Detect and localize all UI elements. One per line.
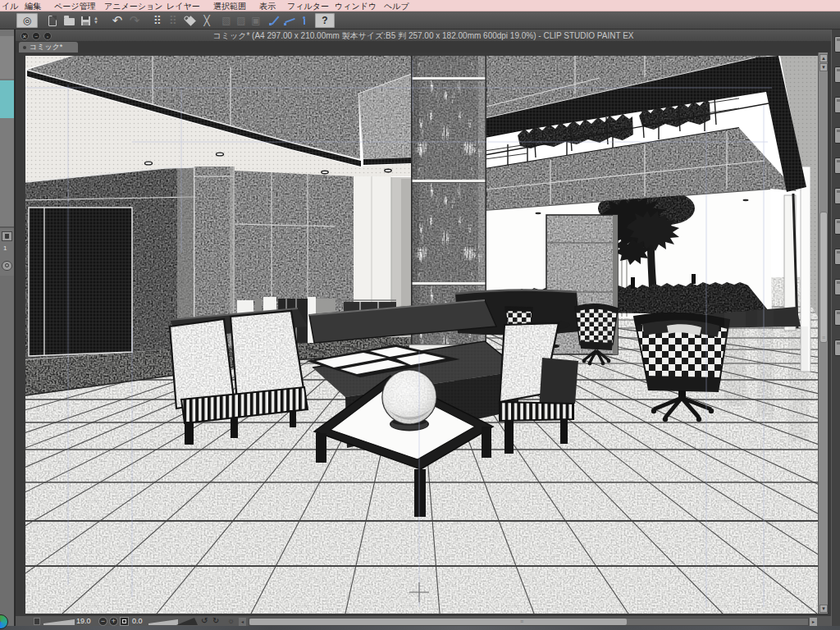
fill-bucket-button[interactable] (184, 13, 197, 28)
vscroll-down-arrow2[interactable]: ▼ (819, 63, 828, 71)
select-dots-button[interactable]: ⠿ (151, 13, 164, 28)
palette-dock-button[interactable] (834, 36, 840, 52)
canvas-scene-3d-lobby (25, 56, 819, 614)
zoom-palette-button[interactable] (2, 261, 12, 271)
menu-animation[interactable]: アニメーション (104, 1, 162, 11)
rect-tool-3[interactable]: ▣ (249, 13, 262, 28)
zoom-value: 19.0 (76, 617, 91, 625)
hscroll-thumb[interactable]: ≡ (249, 619, 627, 625)
palette-dock-button[interactable] (834, 249, 840, 265)
pin-icon (299, 16, 307, 25)
palette-segment (0, 276, 14, 628)
palette-dock-button[interactable] (834, 188, 840, 204)
trash-button[interactable] (2, 231, 12, 241)
palette-dock-button[interactable] (834, 66, 840, 83)
status-left-button[interactable] (34, 618, 40, 625)
palette-dock-button[interactable] (834, 127, 840, 144)
rotate-cw-icon[interactable]: ↻ (212, 616, 219, 625)
menu-view[interactable]: 表示 (259, 1, 276, 11)
undo-button[interactable]: ↶ (110, 13, 125, 28)
snap-ruler-button[interactable] (267, 13, 281, 28)
menu-window[interactable]: ウィンドウ (335, 1, 377, 11)
document-canvas[interactable] (25, 56, 819, 614)
zoom-out-button[interactable]: − (98, 617, 107, 626)
palette-segment[interactable] (0, 118, 14, 226)
document-tab-bar: コミック* (16, 41, 831, 52)
hscroll-right-arrow[interactable]: ▸ (810, 618, 817, 626)
menu-bar: イル 編集 ページ管理 アニメーション レイヤー 選択範囲 表示 フィルター ウ… (0, 0, 840, 11)
menu-edit[interactable]: 編集 (25, 1, 41, 11)
clip-studio-paint-app: イル 編集 ページ管理 アニメーション レイヤー 選択範囲 表示 フィルター ウ… (0, 0, 840, 630)
menu-file[interactable]: イル (2, 1, 18, 11)
fit-button[interactable] (120, 617, 129, 626)
new-file-button[interactable] (46, 13, 59, 28)
ruler-snap-icon (269, 16, 279, 25)
deselect-button[interactable]: ⠿ (167, 13, 180, 28)
clip-logo-button[interactable]: ◎ (16, 13, 38, 28)
vscroll-thumb[interactable] (819, 212, 828, 343)
trash-icon (5, 234, 9, 239)
palette-segment[interactable] (0, 36, 14, 79)
snap-pin-button[interactable] (297, 13, 308, 28)
new-page-icon (48, 16, 57, 26)
menu-selection[interactable]: 選択範囲 (213, 1, 246, 11)
vscroll-down-arrow[interactable]: ▼ (819, 605, 828, 613)
palette-dock-button[interactable] (834, 218, 840, 235)
save-button[interactable] (80, 13, 92, 28)
document-tab[interactable]: コミック* (19, 42, 78, 52)
menu-page[interactable]: ページ管理 (54, 1, 95, 11)
palette-dock-button[interactable] (834, 340, 840, 356)
document-title: コミック* (A4 297.00 x 210.00mm 製本サイズ:B5 判 2… (16, 30, 831, 42)
menu-filter[interactable]: フィルター (287, 1, 329, 11)
zoom-in-button[interactable]: + (109, 617, 118, 626)
menu-help[interactable]: ヘルプ (384, 1, 409, 11)
palette-dock-button[interactable] (834, 309, 840, 326)
rect-tool-1[interactable]: ▧ (220, 13, 233, 28)
background-palette-edge: 1 (0, 30, 15, 630)
vertical-scrollbar[interactable]: ▲ ▼ ▼ (818, 52, 828, 614)
vscroll-up-arrow[interactable]: ▲ (819, 54, 828, 62)
desktop-strip (0, 626, 840, 630)
palette-dock-button[interactable] (834, 97, 840, 113)
transform-button[interactable]: ╳ (199, 13, 214, 28)
rotation-value: 0.0 (132, 617, 143, 625)
curve-snap-icon (284, 16, 294, 25)
flip-icon[interactable]: ☼ (227, 616, 235, 625)
save-icon (81, 16, 90, 25)
menu-layer[interactable]: レイヤー (167, 1, 200, 11)
folder-icon (64, 18, 75, 25)
command-bar: ◎ ▲▼ ↶ ↷ ⠿ ⠿ ╳ ▧ ▨ ▣ ? (0, 11, 840, 30)
palette-dock-button[interactable] (834, 279, 840, 295)
bucket-icon (185, 16, 196, 26)
redo-button[interactable]: ↷ (127, 13, 142, 28)
rotate-ccw-icon[interactable]: ↺ (201, 616, 208, 625)
document-title-bar[interactable]: ✕ − ▫ コミック* (A4 297.00 x 210.00mm 製本サイズ:… (16, 30, 831, 41)
divider (0, 226, 14, 228)
canvas-status-bar: 19.0 − + 0.0 ↺ ↻ ☼ ◂ ≡ ▸ (16, 615, 832, 626)
document-window: ✕ − ▫ コミック* (A4 297.00 x 210.00mm 製本サイズ:… (15, 30, 831, 626)
hscroll-left-arrow[interactable]: ◂ (239, 618, 246, 626)
help-button[interactable]: ? (315, 13, 335, 28)
magnifier-icon (5, 263, 9, 267)
rect-tool-2[interactable]: ▨ (235, 13, 248, 28)
palette-color-patch[interactable] (0, 80, 14, 118)
save-options-spinner[interactable]: ▲▼ (93, 13, 99, 28)
horizontal-scrollbar[interactable]: ≡ (249, 618, 809, 626)
open-file-button[interactable] (62, 13, 76, 28)
collapsed-palette-dock (831, 30, 840, 630)
palette-dock-button[interactable] (834, 158, 840, 174)
snap-curve-button[interactable] (282, 13, 295, 28)
